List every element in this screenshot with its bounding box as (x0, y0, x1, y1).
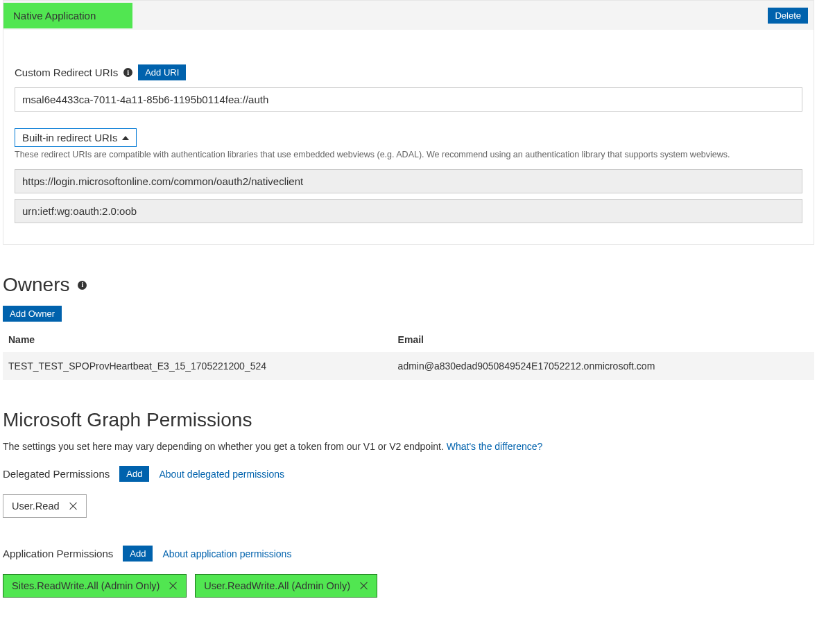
delegated-permission-label: User.Read (12, 501, 60, 512)
application-permission-tag: Sites.ReadWrite.All (Admin Only) (3, 574, 187, 598)
application-permissions-row: Application Permissions Add About applic… (3, 546, 814, 562)
owners-heading: Owners i (3, 274, 814, 296)
whats-the-difference-link[interactable]: What's the difference? (447, 441, 543, 452)
builtin-uri-2: urn:ietf:wg:oauth:2.0:oob (15, 199, 802, 223)
close-icon[interactable] (360, 582, 368, 590)
delegated-tags: User.Read (3, 494, 814, 518)
add-delegated-button[interactable]: Add (119, 466, 149, 482)
owner-name-cell: TEST_TEST_SPOProvHeartbeat_E3_15_1705221… (3, 352, 393, 380)
delegated-permissions-label: Delegated Permissions (3, 468, 110, 480)
custom-redirect-row: Custom Redirect URIs i Add URI (15, 64, 802, 80)
application-permission-tag: User.ReadWrite.All (Admin Only) (195, 574, 377, 598)
delete-button[interactable]: Delete (768, 8, 808, 24)
owners-table: Name Email TEST_TEST_SPOProvHeartbeat_E3… (3, 327, 814, 380)
about-delegated-link[interactable]: About delegated permissions (159, 469, 284, 480)
info-icon[interactable]: i (78, 281, 87, 290)
graph-subtext-body: The settings you set here may vary depen… (3, 441, 447, 452)
native-application-title: Native Application (3, 3, 132, 28)
add-uri-button[interactable]: Add URI (138, 64, 186, 80)
panel-body: Custom Redirect URIs i Add URI msal6e443… (3, 30, 814, 244)
builtin-uri-1: https://login.microsoftonline.com/common… (15, 169, 802, 193)
delegated-permission-tag: User.Read (3, 494, 87, 518)
delegated-permissions-row: Delegated Permissions Add About delegate… (3, 466, 814, 482)
application-tags: Sites.ReadWrite.All (Admin Only) User.Re… (3, 574, 814, 598)
builtin-redirect-toggle[interactable]: Built-in redirect URIs (15, 128, 137, 147)
about-application-link[interactable]: About application permissions (162, 548, 291, 559)
panel-header: Native Application Delete (3, 1, 814, 30)
close-icon[interactable] (169, 582, 178, 590)
graph-permissions-heading: Microsoft Graph Permissions (3, 409, 814, 431)
add-owner-button[interactable]: Add Owner (3, 306, 62, 322)
custom-redirect-uri-input[interactable]: msal6e4433ca-7011-4a11-85b6-1195b0114fea… (15, 87, 802, 112)
custom-redirect-uris-label: Custom Redirect URIs (15, 67, 118, 78)
table-row: TEST_TEST_SPOProvHeartbeat_E3_15_1705221… (3, 352, 814, 380)
add-application-button[interactable]: Add (123, 546, 153, 562)
info-icon[interactable]: i (123, 68, 132, 77)
close-icon[interactable] (69, 502, 78, 510)
owners-col-name: Name (3, 327, 393, 352)
native-application-panel: Native Application Delete Custom Redirec… (3, 0, 814, 245)
application-permissions-label: Application Permissions (3, 548, 113, 559)
application-permission-label: User.ReadWrite.All (Admin Only) (204, 580, 350, 591)
builtin-helper-text: These redirect URIs are compatible with … (15, 150, 802, 159)
application-permission-label: Sites.ReadWrite.All (Admin Only) (12, 580, 160, 591)
owners-heading-text: Owners (3, 274, 69, 296)
owners-col-email: Email (393, 327, 814, 352)
chevron-up-icon (122, 136, 129, 140)
graph-subtext: The settings you set here may vary depen… (3, 441, 814, 452)
builtin-redirect-label: Built-in redirect URIs (22, 132, 118, 143)
owner-email-cell: admin@a830edad9050849524E17052212.onmicr… (393, 352, 814, 380)
